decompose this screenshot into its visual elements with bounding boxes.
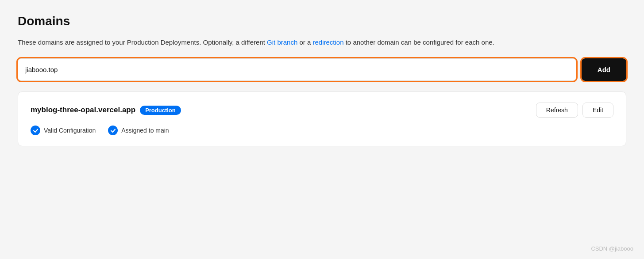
page-title: Domains: [18, 14, 626, 28]
domain-input-row: Add: [18, 58, 626, 81]
git-branch-link[interactable]: Git branch: [267, 38, 297, 46]
domain-input[interactable]: [18, 59, 576, 80]
domain-card: myblog-three-opal.vercel.app Production …: [18, 91, 626, 146]
domain-card-header: myblog-three-opal.vercel.app Production …: [31, 103, 613, 118]
valid-config-label: Valid Configuration: [44, 127, 96, 134]
domain-input-wrapper: [18, 58, 576, 81]
add-button[interactable]: Add: [582, 58, 626, 81]
domain-name-row: myblog-three-opal.vercel.app Production: [31, 106, 181, 115]
domain-card-status: Valid Configuration Assigned to main: [31, 126, 613, 135]
refresh-button[interactable]: Refresh: [536, 103, 578, 118]
redirection-link[interactable]: redirection: [312, 38, 343, 46]
domain-name: myblog-three-opal.vercel.app: [31, 106, 135, 114]
production-badge: Production: [140, 106, 181, 115]
status-item-valid-config: Valid Configuration: [31, 126, 96, 135]
description: These domains are assigned to your Produ…: [18, 37, 626, 48]
add-button-wrapper: Add: [582, 58, 626, 81]
status-item-assigned: Assigned to main: [108, 126, 169, 135]
assigned-check-icon: [108, 126, 118, 135]
assigned-label: Assigned to main: [121, 127, 169, 134]
edit-button[interactable]: Edit: [582, 103, 613, 118]
watermark: CSDN @jiabooo: [591, 245, 633, 252]
valid-config-check-icon: [31, 126, 40, 135]
card-actions: Refresh Edit: [536, 103, 613, 118]
